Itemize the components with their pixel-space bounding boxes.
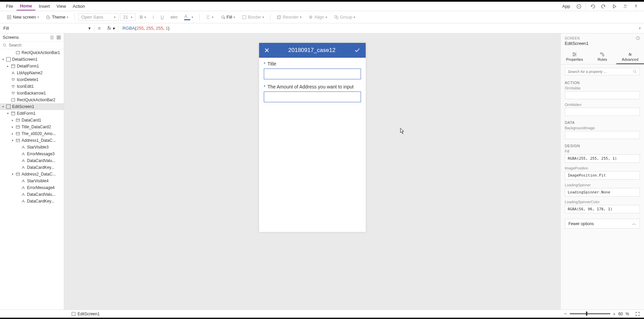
props-row-input[interactable]: RGBA(255, 255, 255, 1) xyxy=(565,154,640,163)
props-row-input[interactable]: ImagePosition.Fit xyxy=(565,171,640,180)
tree-item-label: Address1_DataC... xyxy=(22,138,56,143)
theme-button[interactable]: Theme▾ xyxy=(43,13,71,21)
tree-item-address1datac[interactable]: ▾Address1_DataC... xyxy=(0,137,64,144)
align-objects-button[interactable]: Align▾ xyxy=(306,13,330,21)
tree-item-detailscreen1[interactable]: ▾DetailScreen1 xyxy=(0,56,64,63)
tree-caret[interactable]: ▾ xyxy=(1,58,5,61)
fill-button[interactable]: Fill▾ xyxy=(218,13,238,21)
tree-search[interactable] xyxy=(0,42,64,49)
tree-item-errormessage4[interactable]: ErrorMessage4 xyxy=(0,184,64,191)
help-icon[interactable]: ? xyxy=(636,36,640,40)
phone-screen[interactable]: 20180917_case12 *Title *The Amount of Ad… xyxy=(259,43,366,232)
tree-item-errormessage3[interactable]: ErrorMessage3 xyxy=(0,151,64,157)
props-search-input[interactable] xyxy=(568,70,633,74)
zoom-in-button[interactable]: + xyxy=(613,311,616,317)
tab-properties[interactable]: Properties xyxy=(561,50,588,64)
tree-item-iconbackarrow1[interactable]: IconBackarrow1 xyxy=(0,90,64,97)
props-row-label: OnVisible xyxy=(565,86,640,90)
font-color-button[interactable]: A▾ xyxy=(181,12,196,22)
tree-item-starvisible3[interactable]: StarVisible3 xyxy=(0,144,64,151)
zoom-out-button[interactable]: − xyxy=(564,311,567,317)
tree-item-iconedit1[interactable]: IconEdit1 xyxy=(0,83,64,90)
canvas-area[interactable]: 20180917_case12 *Title *The Amount of Ad… xyxy=(64,33,560,310)
props-row-label: ImagePosition xyxy=(565,166,640,170)
font-family-select[interactable]: Open Sans▾ xyxy=(78,13,119,21)
checker-icon[interactable] xyxy=(573,2,584,10)
tree-item-starvisible4[interactable]: StarVisible4 xyxy=(0,178,64,184)
tree-caret[interactable]: ▸ xyxy=(11,125,14,129)
font-size-select[interactable]: 21▾ xyxy=(120,13,136,21)
new-screen-button[interactable]: New screen▾ xyxy=(4,13,42,21)
tree-item-datacardvalu[interactable]: DataCardValu... xyxy=(0,157,64,164)
underline-button[interactable]: U xyxy=(158,13,166,21)
tree-item-lblappname2[interactable]: LblAppName2 xyxy=(0,70,64,76)
breadcrumb[interactable]: EditScreen1 xyxy=(78,312,100,316)
undo-button[interactable] xyxy=(587,2,598,10)
tree-item-icondelete1[interactable]: IconDelete1 xyxy=(0,76,64,83)
tree-caret[interactable]: ▾ xyxy=(1,105,5,108)
tab-advanced[interactable]: fx Advanced xyxy=(616,50,644,64)
menu-insert[interactable]: Insert xyxy=(35,2,53,10)
menu-view[interactable]: View xyxy=(53,2,69,10)
tree-item-address2datac[interactable]: ▾Address2_DataC... xyxy=(0,171,64,178)
close-icon[interactable] xyxy=(264,47,270,53)
tree-item-editform1[interactable]: ▾EditForm1 xyxy=(0,110,64,117)
tree-item-detailform1[interactable]: ▸DetailForm1 xyxy=(0,63,64,70)
tree-item-datacardkey[interactable]: DataCardKey... xyxy=(0,164,64,171)
tree-search-input[interactable] xyxy=(9,43,61,48)
tree-item-titledatacard2[interactable]: ▸Title_DataCard2 xyxy=(0,124,64,130)
props-row-input[interactable]: RGBA(56, 96, 178, 1) xyxy=(565,205,640,213)
props-row-input[interactable]: LoadingSpinner.None xyxy=(565,188,640,196)
props-row-input[interactable] xyxy=(565,131,640,139)
tree-item-thex0020amo[interactable]: ▸The_x0020_Amo... xyxy=(0,130,64,137)
tree-caret[interactable]: ▸ xyxy=(11,118,14,122)
icon-ctrl-icon xyxy=(11,91,16,96)
tree-item-rectquickactionbar2[interactable]: RectQuickActionBar2 xyxy=(0,97,64,103)
fewer-options-button[interactable]: Fewer options ︿ xyxy=(565,219,640,229)
redo-button[interactable] xyxy=(598,2,609,10)
tree-caret[interactable]: ▾ xyxy=(6,112,9,115)
check-icon[interactable] xyxy=(354,47,361,54)
property-selector[interactable]: Fill▾ xyxy=(0,24,94,32)
group-button[interactable]: Group▾ xyxy=(331,13,358,21)
amount-input[interactable] xyxy=(264,91,361,102)
props-row-input[interactable] xyxy=(565,108,640,116)
tree-caret[interactable]: ▸ xyxy=(11,132,14,135)
tree-caret[interactable]: ▸ xyxy=(6,64,9,68)
formula-expand[interactable]: ▾ xyxy=(636,26,644,30)
menu-home[interactable]: Home xyxy=(17,2,35,10)
tree-view-list-icon[interactable] xyxy=(50,35,54,40)
reorder-button[interactable]: Reorder▾ xyxy=(274,13,304,21)
tab-rules[interactable]: Rules xyxy=(588,50,616,64)
fx-button[interactable]: fx▾ xyxy=(104,25,118,31)
align-text-button[interactable]: ▾ xyxy=(203,14,216,21)
tree-item-datacard1[interactable]: ▸DataCard1 xyxy=(0,117,64,124)
tree-caret[interactable]: ▾ xyxy=(11,172,14,176)
fullscreen-button[interactable] xyxy=(635,312,640,316)
formula-input[interactable]: RGBA(255, 255, 255, 1) xyxy=(118,24,636,32)
border-button[interactable]: Border▾ xyxy=(239,13,267,21)
help-button[interactable] xyxy=(631,2,641,10)
tree-view-grid-icon[interactable] xyxy=(56,35,61,40)
svg-point-27 xyxy=(12,92,12,92)
props-row-input[interactable] xyxy=(565,91,640,99)
bold-button[interactable]: B▾ xyxy=(137,13,148,21)
tree-item-rectquickactionbar1[interactable]: RectQuickActionBar1 xyxy=(0,49,64,56)
share-button[interactable] xyxy=(620,2,631,10)
tree-item-editscreen1[interactable]: ▾EditScreen1 xyxy=(0,103,64,110)
menu-file[interactable]: File xyxy=(3,2,17,10)
italic-button[interactable]: I xyxy=(150,13,157,21)
props-search[interactable] xyxy=(565,68,640,75)
tree-item-datacardkey[interactable]: DataCardKey... xyxy=(0,198,64,205)
menu-app[interactable]: App xyxy=(559,2,573,10)
menu-action[interactable]: Action xyxy=(69,2,88,10)
tree-caret[interactable]: ▾ xyxy=(11,139,14,142)
zoom-slider[interactable] xyxy=(570,313,610,314)
svg-rect-15 xyxy=(59,38,60,39)
strike-button[interactable]: abc xyxy=(168,13,180,21)
title-input[interactable] xyxy=(264,69,361,79)
rect-edit-icon xyxy=(16,50,20,55)
play-button[interactable] xyxy=(609,2,620,10)
tree-item-datacardvalu[interactable]: DataCardValu... xyxy=(0,191,64,198)
icon-ctrl-icon xyxy=(11,84,16,89)
